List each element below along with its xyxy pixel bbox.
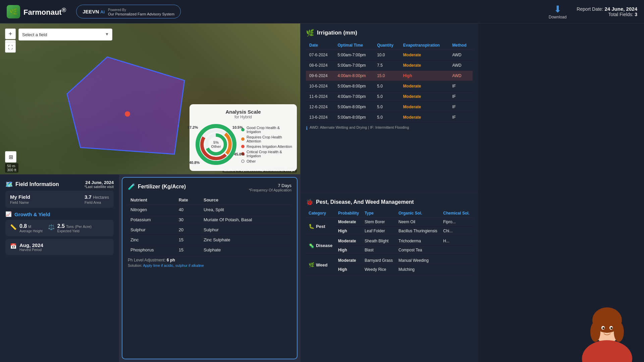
irr-col-evap: Evapotranspiration bbox=[400, 41, 449, 50]
table-row: 12-6-2024 5:00am-8:00pm 5.0 Moderate IF bbox=[306, 102, 473, 112]
fertilizer-header: 🧪 Fertilizer (Kg/Acre) 7 Days *Frequency… bbox=[128, 183, 291, 192]
report-date: Report Date: 24 June, 2024 bbox=[577, 6, 637, 12]
calendar-icon: 📅 bbox=[10, 243, 17, 249]
legend-dot-requires-crop bbox=[241, 137, 245, 141]
fertilizer-footer: Ph Level Adjustment: 6 ph Solution: Appl… bbox=[128, 258, 291, 267]
logo-reg: ® bbox=[62, 6, 66, 13]
table-row: 07-6-2024 5:00am-7:00pm 10.0 Moderate AW… bbox=[306, 50, 473, 60]
analysis-donut-chart: 97.2% 10.5% 45.8% 5% Other 40.8% bbox=[194, 123, 238, 166]
yield-icon: ⚖️ bbox=[48, 224, 55, 230]
report-info: Report Date: 24 June, 2024 Total Fields:… bbox=[577, 6, 637, 17]
field-info-panel: 🗺️ Field Information 24 June, 2024 *Last… bbox=[0, 174, 119, 362]
table-row: Phosphorus 15 Sulphate bbox=[128, 245, 291, 255]
fertilizer-ph: Ph Level Adjustment: 6 ph bbox=[128, 258, 291, 262]
legend-dot-other bbox=[241, 160, 245, 163]
harvest-row: 📅 Aug, 2024 Harvest Period bbox=[5, 239, 114, 255]
donut-label-45: 45.8% bbox=[234, 152, 245, 156]
table-row: Potassium 30 Muriate Of Potash, Basal bbox=[128, 215, 291, 225]
fert-col-rate: Rate bbox=[176, 195, 201, 205]
field-icon: 🗺️ bbox=[5, 181, 13, 188]
map-layers-button[interactable]: ⊞ bbox=[5, 151, 16, 163]
legend-dot-requires-irr bbox=[241, 145, 245, 148]
svg-marker-0 bbox=[67, 57, 184, 154]
field-area-col: 3.7 Hectares Field Area bbox=[85, 194, 109, 204]
irrigation-note: ℹ AWD: Alternate Wetting and Drying | IF… bbox=[306, 125, 473, 131]
table-row: 08-6-2024 5:00am-7:00pm 7.5 Moderate AWD bbox=[306, 60, 473, 71]
table-row: Zinc 15 Zinc Sulphate bbox=[128, 235, 291, 245]
field-date-info: 24 June, 2024 *Last satellite visit bbox=[85, 180, 114, 189]
analysis-subtitle: for Hybrid bbox=[194, 115, 292, 119]
pest-col-prob: Probability bbox=[335, 209, 362, 218]
table-row: 09-6-2024 4:00am-8:00pm 15.0 High AWD bbox=[306, 71, 473, 81]
download-button[interactable]: ⬇ Download bbox=[549, 4, 567, 19]
irrigation-table: Date Optimal Time Quantity Evapotranspir… bbox=[306, 41, 473, 123]
donut-label-40: 40.8% bbox=[189, 161, 200, 165]
field-selector[interactable]: Select a field ▼ bbox=[18, 28, 112, 41]
table-row: 🌿 Weed Moderate Barnyard Grass Manual We… bbox=[306, 256, 473, 265]
height-icon: 📏 bbox=[10, 224, 17, 230]
map-container[interactable]: + − ⛶ Select a field ▼ ⊞ 50 m 300 ft Lea… bbox=[0, 23, 300, 174]
legend-item-other: Other bbox=[241, 159, 292, 163]
legend-item-requires-irr: Requires Irrigation Attention bbox=[241, 144, 292, 148]
fertilizer-frequency: 7 Days *Frequency Of Application bbox=[249, 183, 291, 192]
jeevn-banner: JEEVN Ai Powered By Our Personalized Far… bbox=[76, 5, 181, 18]
field-name-col: My Field Field Name bbox=[10, 194, 30, 204]
total-fields: Total Fields: 3 bbox=[577, 12, 637, 17]
donut-label-97: 97.2% bbox=[187, 125, 198, 129]
download-label: Download bbox=[549, 15, 567, 19]
header: 🌿 Farmonaut® JEEVN Ai Powered By Our Per… bbox=[0, 0, 644, 23]
analysis-content: 97.2% 10.5% 45.8% 5% Other 40.8% bbox=[194, 123, 292, 166]
fertilizer-solution: Solution: Apply lime if acidic, sulphur … bbox=[128, 263, 291, 267]
logo-icon: 🌿 bbox=[7, 5, 20, 18]
legend-item-good: Good Crop Health & Irrigation bbox=[241, 126, 292, 134]
field-select-dropdown[interactable]: Select a field bbox=[18, 28, 112, 41]
logo-text: Farmonaut® bbox=[23, 6, 66, 17]
map-background: + − ⛶ Select a field ▼ ⊞ 50 m 300 ft Lea… bbox=[0, 23, 300, 174]
analysis-popup: Analysis Scale for Hybrid bbox=[190, 104, 297, 171]
right-section: 🌿 Irrigation (mm) Date Optimal Time Quan… bbox=[300, 23, 478, 362]
pest-icon: 🐞 bbox=[306, 198, 313, 206]
table-row: Sulphur 20 Sulphur bbox=[128, 225, 291, 235]
expected-yield-item: ⚖️ 2.5 Tons (Per Acre) Expected Yield bbox=[48, 223, 92, 233]
irr-col-qty: Quantity bbox=[374, 41, 400, 50]
growth-icon: 📈 bbox=[5, 211, 12, 217]
table-row: 13-6-2024 5:00am-8:00pm 5.0 Moderate IF bbox=[306, 112, 473, 123]
harvest-item: 📅 Aug, 2024 Harvest Period bbox=[10, 242, 43, 252]
table-row: 11-6-2024 4:00am-7:00pm 5.0 Moderate IF bbox=[306, 92, 473, 102]
irr-col-method: Method bbox=[449, 41, 473, 50]
irr-col-date: Date bbox=[306, 41, 334, 50]
svg-point-1 bbox=[125, 111, 130, 117]
pest-col-organic: Organic Sol. bbox=[396, 209, 440, 218]
powered-by-block: Powered By Our Personalized Farm Advisor… bbox=[108, 7, 174, 16]
avg-height-item: 📏 0.8 M Average Height bbox=[10, 223, 43, 233]
zoom-in-button[interactable]: + bbox=[5, 28, 16, 39]
flask-icon: 🧪 bbox=[128, 183, 135, 190]
field-info-title: 🗺️ Field Information 24 June, 2024 *Last… bbox=[5, 180, 114, 189]
category-icon: 🌿 bbox=[309, 262, 314, 267]
table-row: Nitrogen 40 Urea, Split bbox=[128, 205, 291, 215]
pest-col-category: Category bbox=[306, 209, 335, 218]
donut-label-5: 5% Other bbox=[211, 140, 221, 148]
table-row: 10-6-2024 5:00am-8:00pm 5.0 Moderate IF bbox=[306, 81, 473, 92]
fert-col-source: Source bbox=[201, 195, 291, 205]
irr-col-time: Optimal Time bbox=[334, 41, 374, 50]
pest-col-type: Type bbox=[362, 209, 396, 218]
irrigation-title: 🌿 Irrigation (mm) bbox=[306, 29, 473, 37]
growth-row: 📏 0.8 M Average Height ⚖️ bbox=[5, 220, 114, 236]
analysis-title: Analysis Scale bbox=[194, 109, 292, 115]
field-polygon bbox=[60, 54, 188, 161]
irrigation-icon: 🌿 bbox=[306, 29, 314, 37]
map-scale: 50 m 300 ft bbox=[5, 163, 18, 173]
fullscreen-button[interactable]: ⛶ bbox=[5, 42, 16, 53]
legend-item-requires-crop: Requires Crop Health Attention bbox=[241, 135, 292, 143]
fert-col-nutrient: Nutrient bbox=[128, 195, 176, 205]
field-row: My Field Field Name 3.7 Hectares Field A… bbox=[5, 191, 114, 208]
fertilizer-title: 🧪 Fertilizer (Kg/Acre) bbox=[128, 183, 186, 190]
jeevn-logo: JEEVN Ai bbox=[83, 9, 105, 14]
category-icon: 🦠 bbox=[309, 243, 314, 248]
table-row: 🦠 Disease Moderate Sheath Blight Trichod… bbox=[306, 237, 473, 246]
legend-item-critical: Critical Crop Health & Irrigation bbox=[241, 150, 292, 158]
fertilizer-table: Nutrient Rate Source Nitrogen 40 Urea, S… bbox=[128, 195, 291, 255]
fertilizer-panel: 🧪 Fertilizer (Kg/Acre) 7 Days *Frequency… bbox=[122, 177, 298, 359]
pest-title: 🐞 Pest, Disease, And Weed Management bbox=[306, 198, 473, 206]
